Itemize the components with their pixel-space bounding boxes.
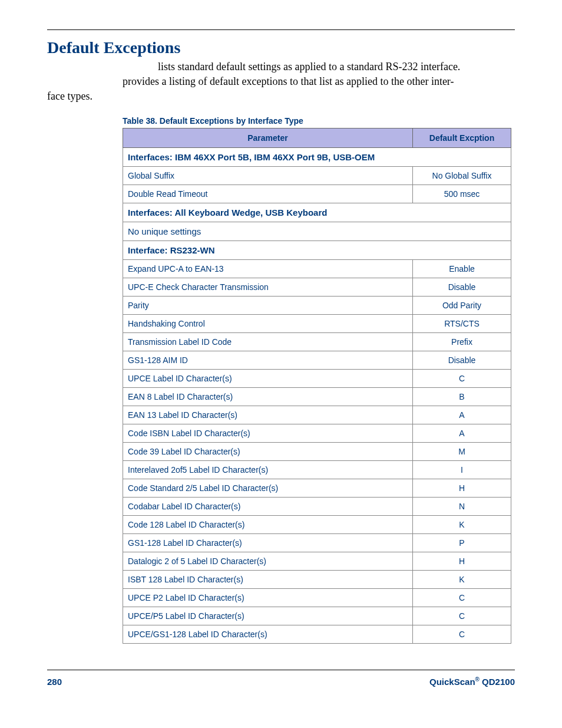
value-cell: H — [413, 479, 511, 497]
page-number: 280 — [47, 677, 62, 687]
table-row: EAN 13 Label ID Character(s)A — [123, 406, 511, 424]
table-row: Codabar Label ID Character(s)N — [123, 497, 511, 515]
value-cell: A — [413, 406, 511, 424]
value-cell: Disable — [413, 278, 511, 296]
table-row: Code 39 Label ID Character(s)M — [123, 442, 511, 460]
param-cell: UPC-E Check Character Transmission — [123, 278, 413, 296]
value-cell: RTS/CTS — [413, 314, 511, 332]
value-cell: Odd Parity — [413, 296, 511, 314]
table-row: Datalogic 2 of 5 Label ID Character(s)H — [123, 552, 511, 570]
table-row: EAN 8 Label ID Character(s)B — [123, 387, 511, 406]
table-row: Interfaces: IBM 46XX Port 5B, IBM 46XX P… — [123, 147, 511, 166]
document-page: Default Exceptions lists standard defaul… — [0, 0, 562, 728]
table-row: Global SuffixNo Global Suffix — [123, 166, 511, 185]
param-cell: Handshaking Control — [123, 314, 413, 332]
table-row: UPCE Label ID Character(s)C — [123, 369, 511, 387]
value-cell: P — [413, 533, 511, 552]
table-row: Code 128 Label ID Character(s)K — [123, 515, 511, 533]
param-cell: EAN 13 Label ID Character(s) — [123, 406, 413, 424]
param-cell: Interelaved 2of5 Label ID Character(s) — [123, 460, 413, 479]
value-cell: No Global Suffix — [413, 166, 511, 185]
page-footer: 280 QuickScan® QD2100 — [47, 670, 515, 687]
exceptions-table: Parameter Default Excption Interfaces: I… — [123, 128, 511, 644]
value-cell: C — [413, 607, 511, 625]
value-cell: C — [413, 588, 511, 607]
param-cell: Codabar Label ID Character(s) — [123, 497, 413, 515]
value-cell: M — [413, 442, 511, 460]
param-cell: Expand UPC-A to EAN-13 — [123, 259, 413, 278]
value-cell: I — [413, 460, 511, 479]
param-cell: ISBT 128 Label ID Character(s) — [123, 570, 413, 588]
registered-mark: ® — [475, 676, 480, 683]
table-row: GS1-128 Label ID Character(s)P — [123, 533, 511, 552]
table-row: UPCE/GS1-128 Label ID Character(s)C — [123, 625, 511, 643]
table-row: Code ISBN Label ID Character(s)A — [123, 424, 511, 442]
product-prefix: QuickScan — [429, 677, 475, 687]
param-cell: Code 39 Label ID Character(s) — [123, 442, 413, 460]
table-caption: Table 38. Default Exceptions by Interfac… — [123, 116, 515, 126]
intro-line-2: provides a listing of default exceptions… — [123, 74, 515, 89]
param-cell: Code 128 Label ID Character(s) — [123, 515, 413, 533]
value-cell: C — [413, 369, 511, 387]
table-row: Code Standard 2/5 Label ID Character(s)H — [123, 479, 511, 497]
value-cell: Disable — [413, 351, 511, 369]
param-cell: UPCE/GS1-128 Label ID Character(s) — [123, 625, 413, 643]
param-cell: UPCE/P5 Label ID Character(s) — [123, 607, 413, 625]
value-cell: K — [413, 515, 511, 533]
value-cell: B — [413, 387, 511, 406]
table-row: GS1-128 AIM IDDisable — [123, 351, 511, 369]
param-cell: Datalogic 2 of 5 Label ID Character(s) — [123, 552, 413, 570]
table-row: ISBT 128 Label ID Character(s)K — [123, 570, 511, 588]
intro-paragraph: lists standard default settings as appli… — [123, 60, 515, 104]
product-name: QuickScan® QD2100 — [429, 676, 515, 687]
intro-line-1: lists standard default settings as appli… — [123, 60, 515, 74]
table-header-row: Parameter Default Excption — [123, 128, 511, 147]
param-cell: Double Read Timeout — [123, 185, 413, 203]
table-row: UPCE/P5 Label ID Character(s)C — [123, 607, 511, 625]
param-cell: EAN 8 Label ID Character(s) — [123, 387, 413, 406]
value-cell: H — [413, 552, 511, 570]
param-cell: Global Suffix — [123, 166, 413, 185]
param-cell: GS1-128 Label ID Character(s) — [123, 533, 413, 552]
plain-cell: No unique settings — [123, 222, 511, 241]
param-cell: UPCE P2 Label ID Character(s) — [123, 588, 413, 607]
value-cell: N — [413, 497, 511, 515]
table-row: Handshaking ControlRTS/CTS — [123, 314, 511, 332]
intro-line-3: face types. — [123, 89, 515, 104]
section-header-cell: Interfaces: All Keyboard Wedge, USB Keyb… — [123, 203, 511, 222]
table-row: Double Read Timeout500 msec — [123, 185, 511, 203]
value-cell: A — [413, 424, 511, 442]
param-cell: Code Standard 2/5 Label ID Character(s) — [123, 479, 413, 497]
table-row: UPC-E Check Character TransmissionDisabl… — [123, 278, 511, 296]
param-cell: Transmission Label ID Code — [123, 332, 413, 351]
value-cell: Enable — [413, 259, 511, 278]
param-cell: UPCE Label ID Character(s) — [123, 369, 413, 387]
value-cell: C — [413, 625, 511, 643]
value-cell: Prefix — [413, 332, 511, 351]
table-row: Transmission Label ID CodePrefix — [123, 332, 511, 351]
top-rule — [47, 29, 515, 30]
table-row: Interfaces: All Keyboard Wedge, USB Keyb… — [123, 203, 511, 222]
param-cell: Code ISBN Label ID Character(s) — [123, 424, 413, 442]
table-row: Expand UPC-A to EAN-13Enable — [123, 259, 511, 278]
footer-rule — [47, 670, 515, 670]
table-row: ParityOdd Parity — [123, 296, 511, 314]
table-row: UPCE P2 Label ID Character(s)C — [123, 588, 511, 607]
param-cell: Parity — [123, 296, 413, 314]
value-cell: K — [413, 570, 511, 588]
section-header-cell: Interfaces: IBM 46XX Port 5B, IBM 46XX P… — [123, 147, 511, 166]
table-row: No unique settings — [123, 222, 511, 241]
product-suffix: QD2100 — [480, 677, 515, 687]
col-parameter: Parameter — [123, 128, 413, 147]
table-row: Interface: RS232-WN — [123, 241, 511, 259]
value-cell: 500 msec — [413, 185, 511, 203]
col-default-exception: Default Excption — [413, 128, 511, 147]
section-header-cell: Interface: RS232-WN — [123, 241, 511, 259]
section-heading: Default Exceptions — [47, 38, 515, 57]
table-row: Interelaved 2of5 Label ID Character(s)I — [123, 460, 511, 479]
param-cell: GS1-128 AIM ID — [123, 351, 413, 369]
